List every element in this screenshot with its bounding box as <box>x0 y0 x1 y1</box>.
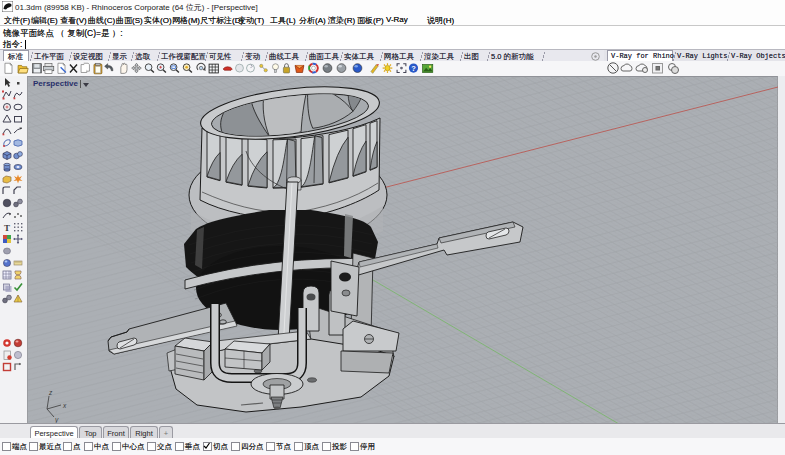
svg-text:?: ? <box>411 64 416 73</box>
svg-text:x: x <box>62 402 67 409</box>
svg-text:T: T <box>4 223 10 233</box>
